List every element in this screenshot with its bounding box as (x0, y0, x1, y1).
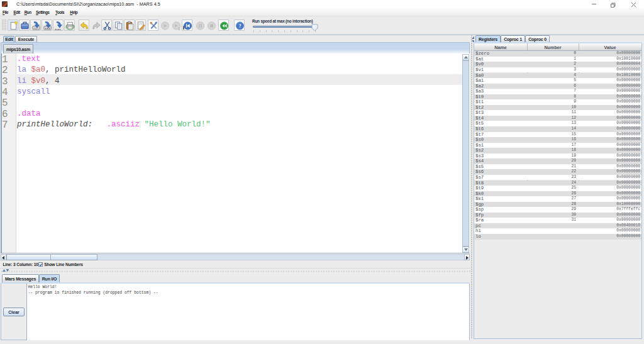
svg-text:?: ? (238, 23, 241, 29)
svg-text:0101: 0101 (55, 28, 62, 31)
svg-text:1: 1 (178, 27, 180, 31)
